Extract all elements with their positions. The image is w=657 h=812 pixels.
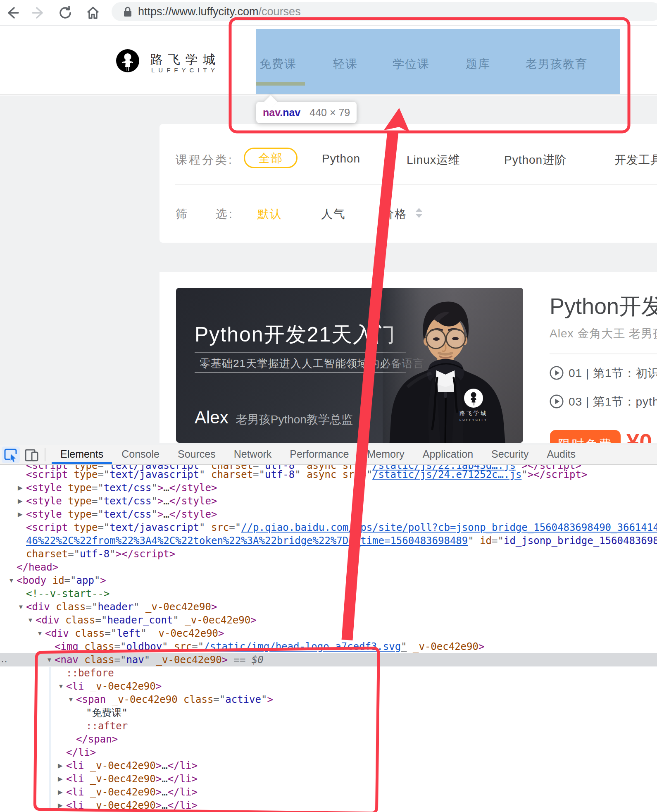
forward-icon[interactable] <box>30 5 47 21</box>
course-author: Alex 金角大王 老男孩教育 <box>550 326 657 342</box>
tree-row[interactable]: </span> <box>0 733 657 746</box>
devtools-tab[interactable]: Application <box>414 445 482 464</box>
banner-title: Python开发21天入门 <box>195 321 396 349</box>
sort-label: 筛 <box>176 206 189 222</box>
tree-row[interactable]: ▼<body id="app"> <box>0 574 657 587</box>
devtools-tab[interactable]: Console <box>112 445 169 464</box>
category-label: 课程分类: <box>176 152 233 168</box>
expand-arrow-icon[interactable]: ▶ <box>18 494 23 508</box>
tree-row[interactable]: ▼<div class="header_cont" _v-0ec42e90> <box>0 614 657 627</box>
reload-icon[interactable] <box>57 5 74 21</box>
category-item[interactable]: Linux运维 <box>407 152 460 168</box>
tree-row-markup: 46%22%2C%22from%22%3A4%2C%22token%22%3A%… <box>26 534 657 547</box>
tree-row[interactable]: ▼<span _v-0ec42e90 class="active"> <box>0 693 657 706</box>
tree-row-markup: <!--v-start--> <box>26 587 110 600</box>
tree-row-markup: ::before <box>66 666 114 680</box>
tree-row[interactable]: <script type="text/javascript" src="//p.… <box>0 521 657 534</box>
expand-arrow-icon[interactable]: ▶ <box>58 799 63 812</box>
price-sort-icon[interactable] <box>414 208 424 220</box>
screenshot-stage: https://www.luffycity.com/courses 路 飞 学 … <box>0 0 657 812</box>
tree-row[interactable]: <!--v-start--> <box>0 587 657 600</box>
chapter-label: 01 | 第1节：初识编程 <box>569 367 657 380</box>
sort-item[interactable]: 默认 <box>257 206 282 222</box>
tree-row[interactable]: ▶<style type="text/css">…</style> <box>0 494 657 508</box>
collapse-arrow-icon[interactable]: ▼ <box>18 600 24 614</box>
tree-row-markup: <body id="app"> <box>17 574 106 587</box>
svg-text:路飞学城: 路飞学城 <box>459 410 488 416</box>
elements-tree[interactable]: ‥ <script type="text/javascript" charset… <box>0 465 657 812</box>
tree-row[interactable]: ▶<li _v-0ec42e90>…</li> <box>0 786 657 799</box>
tree-row-markup: <li _v-0ec42e90>…</li> <box>66 786 198 799</box>
collapse-arrow-icon[interactable]: ▼ <box>46 653 52 666</box>
expand-arrow-icon[interactable]: ▶ <box>58 759 63 772</box>
devtools-toolbar: ElementsConsoleSourcesNetworkPerformance… <box>0 445 657 465</box>
tree-row[interactable]: 46%22%2C%22from%22%3A4%2C%22token%22%3A%… <box>0 534 657 547</box>
expand-arrow-icon[interactable]: ▶ <box>18 508 23 521</box>
category-item[interactable]: 开发工具 <box>614 152 657 168</box>
devtools-tab[interactable]: Network <box>225 445 281 464</box>
expand-arrow-icon[interactable]: ▶ <box>18 481 23 494</box>
tooltip-selector: nav.nav <box>263 107 300 118</box>
banner-divider-top <box>195 352 406 353</box>
collapse-arrow-icon[interactable]: ▼ <box>8 574 14 587</box>
tree-row[interactable]: ::after <box>0 719 657 733</box>
collapse-arrow-icon[interactable]: ▼ <box>27 614 33 627</box>
banner-divider-bottom <box>195 372 406 373</box>
expand-arrow-icon[interactable]: ▶ <box>58 786 63 799</box>
tree-row[interactable]: ▼<div class="left" _v-0ec42e90> <box>0 627 657 640</box>
banner-author: Alex老男孩Python教学总监 <box>195 408 353 427</box>
tree-row[interactable]: ▶<style type="text/css">…</style> <box>0 481 657 494</box>
devtools-tab[interactable]: Memory <box>358 445 413 464</box>
device-toolbar-icon[interactable] <box>22 447 40 463</box>
collapse-arrow-icon[interactable]: ▼ <box>58 680 64 693</box>
tree-row[interactable]: ▶<li _v-0ec42e90>…</li> <box>0 799 657 812</box>
free-button[interactable]: 限时免费 <box>550 430 621 443</box>
tree-row[interactable]: </li> <box>0 746 657 759</box>
tree-row[interactable]: "免费课" <box>0 706 657 719</box>
tree-row[interactable]: ▶<li _v-0ec42e90>…</li> <box>0 772 657 786</box>
back-icon[interactable] <box>4 5 21 21</box>
sort-item[interactable]: 人气 <box>321 206 346 222</box>
tree-row-markup: <script type="text/javascript" charset="… <box>26 468 587 481</box>
devtools-tab[interactable]: Elements <box>51 445 112 464</box>
tree-row[interactable]: ::before <box>0 666 657 680</box>
devtools-tab[interactable]: Audits <box>538 445 584 464</box>
tree-row[interactable]: </head> <box>0 561 657 574</box>
collapse-arrow-icon[interactable]: ▼ <box>68 693 74 706</box>
tree-row-markup: <li _v-0ec42e90>…</li> <box>66 759 198 772</box>
address-bar[interactable]: https://www.luffycity.com/courses <box>112 2 657 21</box>
tree-row-markup: <style type="text/css">…</style> <box>26 508 217 521</box>
tree-row[interactable]: ▶<li _v-0ec42e90>…</li> <box>0 759 657 772</box>
tree-row-markup: <li _v-0ec42e90> <box>66 680 162 693</box>
devtools-tab[interactable]: Sources <box>169 445 225 464</box>
devtools-tabbar: ElementsConsoleSourcesNetworkPerformance… <box>51 445 585 464</box>
tree-row-selected[interactable]: ▼<nav class="nav" _v-0ec42e90> == $0 <box>0 653 657 666</box>
devtools-tab[interactable]: Security <box>482 445 538 464</box>
tree-row[interactable]: ▶<style type="text/css">…</style> <box>0 508 657 521</box>
tree-row[interactable]: <img class="oldboy" src="/static/img/hea… <box>0 640 657 653</box>
filter-card: 课程分类: 全部 PythonLinux运维Python进阶开发工具 筛 选: … <box>159 124 657 243</box>
tree-row-markup: <div class="left" _v-0ec42e90> <box>45 627 224 640</box>
collapse-arrow-icon[interactable]: ▼ <box>37 627 43 640</box>
chapter-row[interactable]: 03 | 第1节：python基础 <box>550 394 657 410</box>
tree-row[interactable]: charset="utf-8"></script> <box>0 547 657 561</box>
tree-row[interactable]: ▼<div class="header" _v-0ec42e90> <box>0 600 657 614</box>
course-banner-image[interactable]: Python开发21天入门 零基础21天掌握进入人工智能领域的必备语言 Alex… <box>176 288 523 443</box>
inspect-element-icon[interactable] <box>2 447 20 463</box>
category-all-pill[interactable]: 全部 <box>244 148 298 168</box>
sort-item[interactable]: 价格 <box>382 206 407 222</box>
site-header: 路 飞 学 城 LUFFYCITY 免费课轻课学位课题库老男孩教育 <box>0 26 657 95</box>
category-item[interactable]: Python进阶 <box>504 152 567 168</box>
home-icon[interactable] <box>85 5 101 21</box>
toolbar-separator <box>45 448 45 461</box>
tree-row[interactable]: ▼<li _v-0ec42e90> <box>0 680 657 693</box>
play-icon <box>550 394 564 408</box>
chapter-row[interactable]: 01 | 第1节：初识编程 <box>550 365 657 381</box>
category-item[interactable]: Python <box>322 152 360 165</box>
devtools-tab[interactable]: Performance <box>281 445 358 464</box>
course-card[interactable]: Python开发21天入门 零基础21天掌握进入人工智能领域的必备语言 Alex… <box>159 272 657 443</box>
expand-arrow-icon[interactable]: ▶ <box>58 772 63 786</box>
tree-row[interactable]: <script type="text/javascript" charset="… <box>0 468 657 481</box>
tree-row-markup: <div class="header" _v-0ec42e90> <box>26 600 217 614</box>
tree-row-markup: <style type="text/css">…</style> <box>26 494 217 508</box>
